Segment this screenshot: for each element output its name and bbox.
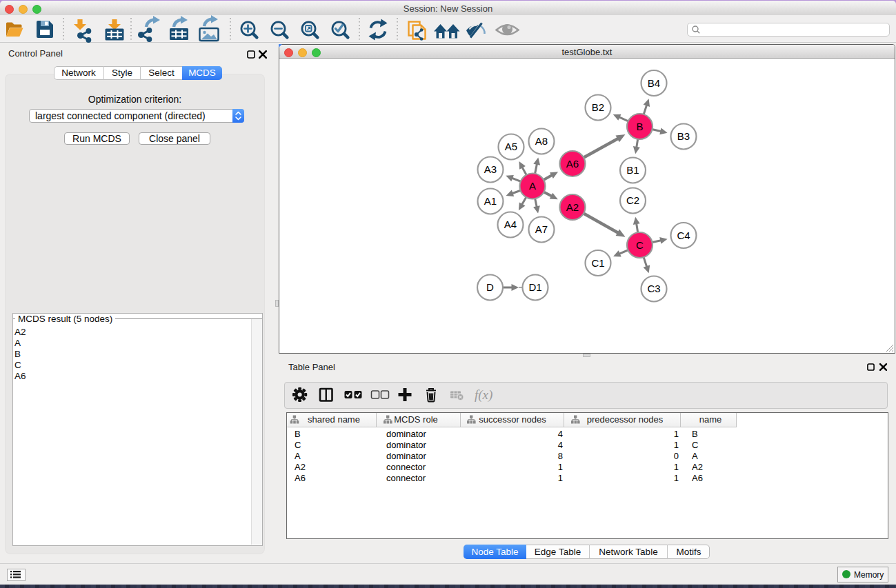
svg-text:A7: A7 (535, 223, 548, 235)
svg-text:B2: B2 (592, 101, 604, 113)
svg-text:C3: C3 (647, 283, 660, 294)
svg-text:D1: D1 (528, 281, 541, 293)
svg-text:C2: C2 (626, 194, 639, 206)
svg-text:A8: A8 (535, 135, 548, 147)
svg-text:C1: C1 (591, 257, 604, 269)
svg-text:A3: A3 (484, 163, 497, 175)
svg-text:A2: A2 (566, 201, 579, 213)
svg-text:B3: B3 (677, 130, 690, 142)
svg-text:A1: A1 (484, 195, 497, 207)
svg-text:D: D (486, 281, 494, 293)
svg-text:B: B (636, 121, 643, 132)
svg-text:C: C (636, 239, 644, 251)
svg-text:B4: B4 (648, 77, 660, 89)
svg-text:B1: B1 (626, 164, 639, 176)
svg-text:A5: A5 (505, 141, 517, 152)
svg-text:A6: A6 (566, 158, 579, 170)
svg-text:A4: A4 (504, 219, 517, 230)
svg-text:A: A (529, 180, 536, 192)
svg-text:f(x): f(x) (475, 387, 492, 403)
svg-text:C4: C4 (677, 230, 690, 241)
